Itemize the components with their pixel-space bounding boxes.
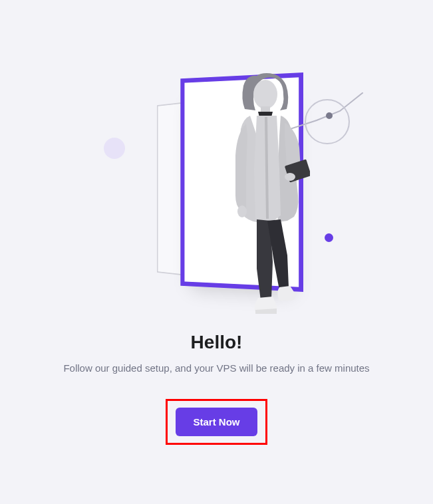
- svg-point-3: [285, 173, 295, 181]
- decorative-graph-dot-icon: [326, 112, 333, 119]
- decorative-circle-icon: [104, 138, 125, 159]
- hero-heading: Hello!: [191, 332, 243, 353]
- decorative-graph-circle-icon: [305, 99, 350, 144]
- decorative-dot-icon: [325, 233, 333, 242]
- start-now-button[interactable]: Start Now: [176, 408, 257, 436]
- highlight-annotation: Start Now: [166, 399, 267, 445]
- hero-subtext: Follow our guided setup, and your VPS wi…: [63, 362, 369, 374]
- onboarding-hero: Hello! Follow our guided setup, and your…: [0, 59, 433, 445]
- svg-point-4: [237, 205, 247, 217]
- hero-illustration: [97, 59, 337, 312]
- svg-point-0: [253, 80, 277, 109]
- person-illustration: [223, 69, 310, 322]
